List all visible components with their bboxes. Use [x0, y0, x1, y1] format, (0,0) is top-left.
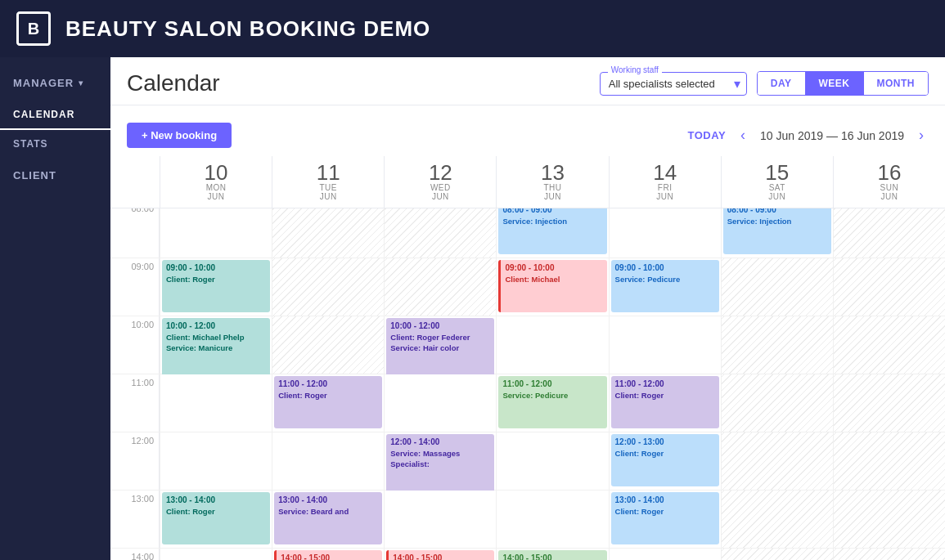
- sidebar-item-calendar[interactable]: CALENDAR: [0, 101, 110, 130]
- event-block[interactable]: 13:00 - 14:00Client: Roger: [611, 492, 719, 544]
- cal-cell-day1-row0[interactable]: [272, 200, 384, 258]
- day-label-16: 16SUNJUN: [833, 155, 945, 208]
- cal-cell-day1-row1[interactable]: [272, 258, 384, 316]
- time-row-1400: 14:0014:00 - 15:00Client: Michael14:00 -…: [110, 549, 945, 560]
- calendar-subheader: + New booking TODAY ‹ 10 Jun 2019 — 16 J…: [110, 114, 945, 156]
- cal-cell-day2-row2[interactable]: 10:00 - 12:00Client: Roger FedererServic…: [384, 316, 496, 374]
- time-label-1300: 13:00: [110, 491, 160, 548]
- cal-cell-day4-row1[interactable]: 09:00 - 10:00Service: Pedicure: [609, 258, 721, 316]
- event-block[interactable]: 09:00 - 10:00Service: Pedicure: [611, 260, 719, 312]
- event-block[interactable]: 09:00 - 10:00Client: Michael: [498, 260, 606, 312]
- cal-cell-day6-row5[interactable]: [833, 491, 945, 548]
- prev-arrow-button[interactable]: ‹: [736, 125, 750, 146]
- next-arrow-button[interactable]: ›: [914, 125, 929, 146]
- cal-cell-day2-row6[interactable]: 14:00 - 15:00Client: Michael: [384, 549, 496, 560]
- cal-cell-day0-row6[interactable]: [160, 549, 272, 560]
- app-title: BEAUTY SALON BOOKING DEMO: [65, 16, 430, 42]
- cal-cell-day0-row1[interactable]: 09:00 - 10:00Client: Roger: [160, 258, 272, 316]
- cal-cell-day2-row1[interactable]: [384, 258, 496, 316]
- cal-cell-day6-row1[interactable]: [833, 258, 945, 316]
- cal-cell-day6-row4[interactable]: [833, 432, 945, 490]
- cal-cell-day0-row2[interactable]: 10:00 - 12:00Client: Michael PhelpServic…: [160, 316, 272, 374]
- event-block[interactable]: 14:00 - 15:00Client: Michael: [274, 550, 382, 560]
- time-row-0900: 09:0009:00 - 10:00Client: Roger09:00 - 1…: [110, 258, 945, 316]
- cal-cell-day3-row1[interactable]: 09:00 - 10:00Client: Michael: [496, 258, 608, 316]
- cal-cell-day3-row4[interactable]: [496, 432, 608, 490]
- cal-cell-day5-row5[interactable]: [721, 491, 833, 548]
- cal-cell-day1-row3[interactable]: 11:00 - 12:00Client: Roger: [272, 374, 384, 432]
- app-logo: B: [16, 11, 51, 46]
- cal-cell-day4-row6[interactable]: [609, 549, 721, 560]
- event-block[interactable]: 14:00 - 15:00Service: Full: [498, 550, 606, 560]
- cal-cell-day2-row4[interactable]: 12:00 - 14:00Service: MassagesSpecialist…: [384, 432, 496, 490]
- view-month-button[interactable]: MONTH: [863, 72, 929, 95]
- cal-cell-day3-row3[interactable]: 11:00 - 12:00Service: Pedicure: [496, 374, 608, 432]
- cal-cell-day4-row2[interactable]: [609, 316, 721, 374]
- cal-cell-day1-row2[interactable]: [272, 316, 384, 374]
- cal-cell-day5-row6[interactable]: [721, 549, 833, 560]
- cal-cell-day3-row0[interactable]: 08:00 - 09:00Service: Injection: [496, 200, 608, 258]
- sidebar-item-stats[interactable]: STATS: [0, 130, 110, 158]
- cal-cell-day6-row2[interactable]: [833, 316, 945, 374]
- event-block[interactable]: 13:00 - 14:00Client: Roger: [162, 492, 270, 544]
- day-label-11: 11TUEJUN: [272, 155, 384, 208]
- calendar-days-header: 10MONJUN11TUEJUN12WEDJUN13THUJUN14FRIJUN…: [110, 155, 945, 208]
- cal-cell-day2-row5[interactable]: [384, 491, 496, 548]
- cal-cell-day0-row3[interactable]: [160, 374, 272, 432]
- sidebar-manager-label: MANAGER: [13, 77, 74, 89]
- cal-cell-day2-row3[interactable]: [384, 374, 496, 432]
- sidebar-manager[interactable]: MANAGER ▾: [0, 65, 110, 101]
- cal-cell-day5-row3[interactable]: [721, 374, 833, 432]
- day-label-15: 15SATJUN: [721, 155, 833, 208]
- cal-cell-day1-row4[interactable]: [272, 432, 384, 490]
- cal-cell-day5-row2[interactable]: [721, 316, 833, 374]
- cal-cell-day5-row1[interactable]: [721, 258, 833, 316]
- cal-cell-day4-row0[interactable]: [609, 200, 721, 258]
- time-label-0900: 09:00: [110, 258, 160, 316]
- cal-cell-day2-row0[interactable]: [384, 200, 496, 258]
- cal-cell-day3-row6[interactable]: 14:00 - 15:00Service: Full: [496, 549, 608, 560]
- event-block[interactable]: 08:00 - 09:00Service: Injection: [498, 202, 606, 254]
- view-day-button[interactable]: DAY: [758, 72, 805, 95]
- app-header: B BEAUTY SALON BOOKING DEMO: [0, 0, 945, 57]
- cal-cell-day4-row3[interactable]: 11:00 - 12:00Client: Roger: [609, 374, 721, 432]
- cal-cell-day3-row5[interactable]: [496, 491, 608, 548]
- event-block[interactable]: 08:00 - 09:00Service: Injection: [723, 202, 831, 254]
- cal-cell-day4-row4[interactable]: 12:00 - 13:00Client: Roger: [609, 432, 721, 490]
- cal-cell-day4-row5[interactable]: 13:00 - 14:00Client: Roger: [609, 491, 721, 548]
- event-block[interactable]: 11:00 - 12:00Client: Roger: [611, 376, 719, 428]
- event-block[interactable]: 11:00 - 12:00Client: Roger: [274, 376, 382, 428]
- cal-cell-day6-row0[interactable]: [833, 200, 945, 258]
- calendar-area: Calendar Working staff All specialists s…: [110, 57, 945, 560]
- today-button[interactable]: TODAY: [688, 129, 727, 141]
- date-range: 10 Jun 2019 — 16 Jun 2019: [760, 129, 904, 142]
- time-row-0800: 08:0008:00 - 09:00Service: Injection08:0…: [110, 200, 945, 258]
- calendar-controls: Working staff All specialists selected ▾…: [600, 71, 929, 96]
- cal-cell-day5-row4[interactable]: [721, 432, 833, 490]
- time-label-1000: 10:00: [110, 316, 160, 374]
- chevron-down-icon: ▾: [79, 78, 83, 87]
- cal-cell-day1-row6[interactable]: 14:00 - 15:00Client: Michael: [272, 549, 384, 560]
- sidebar-item-client[interactable]: CLIENT: [0, 158, 110, 193]
- cal-cell-day3-row2[interactable]: [496, 316, 608, 374]
- time-label-1400: 14:00: [110, 549, 160, 560]
- cal-cell-day6-row3[interactable]: [833, 374, 945, 432]
- working-staff-label: Working staff: [608, 65, 662, 74]
- cal-cell-day0-row5[interactable]: 13:00 - 14:00Client: Roger: [160, 491, 272, 548]
- event-block[interactable]: 11:00 - 12:00Service: Pedicure: [498, 376, 606, 428]
- cal-cell-day5-row0[interactable]: 08:00 - 09:00Service: Injection: [721, 200, 833, 258]
- cal-cell-day0-row4[interactable]: [160, 432, 272, 490]
- cal-cell-day6-row6[interactable]: [833, 549, 945, 560]
- working-staff-select[interactable]: All specialists selected: [600, 72, 747, 96]
- event-block[interactable]: 14:00 - 15:00Client: Michael: [386, 550, 494, 560]
- event-block[interactable]: 09:00 - 10:00Client: Roger: [162, 260, 270, 312]
- sidebar: MANAGER ▾ CALENDAR STATS CLIENT: [0, 57, 110, 560]
- view-week-button[interactable]: WEEK: [805, 72, 863, 95]
- cal-cell-day1-row5[interactable]: 13:00 - 14:00Service: Beard and: [272, 491, 384, 548]
- day-label-10: 10MONJUN: [160, 155, 272, 208]
- event-block[interactable]: 12:00 - 13:00Client: Roger: [611, 434, 719, 486]
- event-block[interactable]: 13:00 - 14:00Service: Beard and: [274, 492, 382, 544]
- cal-cell-day0-row0[interactable]: [160, 200, 272, 258]
- day-label-14: 14FRIJUN: [609, 155, 721, 208]
- new-booking-button[interactable]: + New booking: [127, 123, 232, 148]
